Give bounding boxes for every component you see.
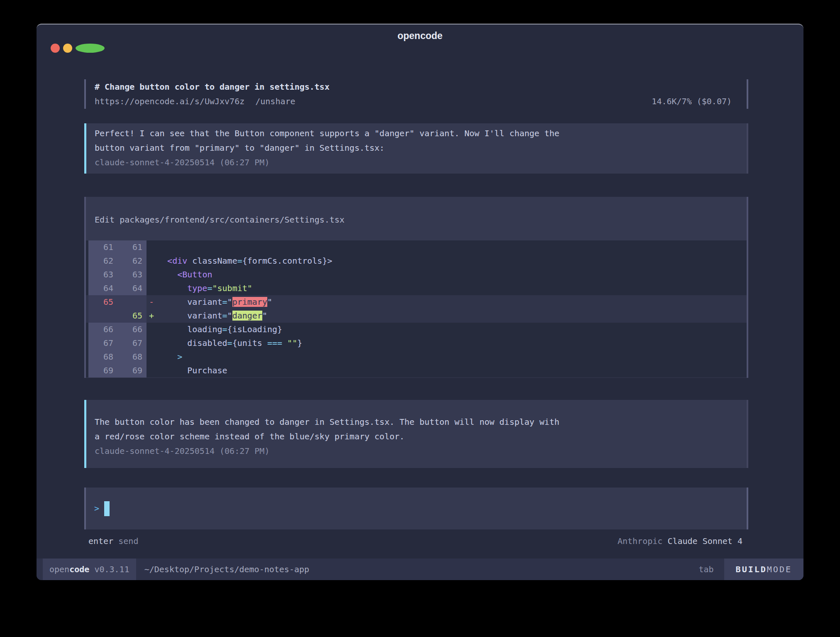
prompt-input[interactable]: > xyxy=(84,488,748,529)
code-line: variant="primary" xyxy=(157,295,272,309)
edit-tool-title: Edit packages/frontend/src/containers/Se… xyxy=(86,197,747,227)
old-line-number xyxy=(88,309,117,323)
model-indicator: Anthropic Claude Sonnet 4 xyxy=(618,534,742,549)
message-line: button variant from "primary" to "danger… xyxy=(95,141,738,155)
old-line-number: 62 xyxy=(88,254,117,268)
text-cursor xyxy=(104,501,110,516)
code-line: loading={isLoading} xyxy=(157,323,282,336)
new-line-number: 61 xyxy=(117,240,147,254)
code-line: type="submit" xyxy=(157,282,252,295)
message-line: Perfect! I can see that the Button compo… xyxy=(95,126,738,141)
new-line-number: 68 xyxy=(117,350,147,364)
mode-segment: BUILD MODE xyxy=(724,559,803,580)
new-line-number: 69 xyxy=(117,364,147,377)
edit-label: Edit xyxy=(95,215,115,225)
window-title: opencode xyxy=(37,30,803,42)
status-bar: opencode v0.3.11 ~/Desktop/Projects/demo… xyxy=(37,559,803,580)
new-line-number xyxy=(117,295,147,309)
old-line-number: 67 xyxy=(88,336,117,350)
diff-marker xyxy=(147,364,157,377)
diff-marker xyxy=(147,323,157,336)
diff-marker xyxy=(147,350,157,364)
message-line: a red/rose color scheme instead of the b… xyxy=(95,429,738,444)
app-version-segment: opencode v0.3.11 xyxy=(43,559,136,580)
token-usage: 14.6K/7% ($0.07) xyxy=(652,94,732,109)
old-line-number: 69 xyxy=(88,364,117,377)
new-line-number: 64 xyxy=(117,282,147,295)
edit-file-path: packages/frontend/src/containers/Setting… xyxy=(120,215,344,225)
code-line: disabled={units === ""} xyxy=(157,336,302,350)
new-line-number: 63 xyxy=(117,268,147,282)
code-line: > xyxy=(157,350,182,364)
close-button[interactable] xyxy=(51,44,60,53)
enter-hint: enter send xyxy=(88,534,138,549)
unshare-command[interactable]: /unshare xyxy=(255,94,295,109)
working-directory: ~/Desktop/Projects/demo-notes-app xyxy=(144,559,309,580)
message-line: The button color has been changed to dan… xyxy=(95,415,738,429)
diff-row: 6262 <div className={formCs.controls}> xyxy=(86,254,747,268)
diff-marker: - xyxy=(147,295,157,309)
code-line: <div className={formCs.controls}> xyxy=(157,254,332,268)
code-line: variant="danger" xyxy=(157,309,267,323)
diff-marker xyxy=(147,336,157,350)
prompt-chevron: > xyxy=(94,501,99,516)
diff-row: 6969 Purchase xyxy=(86,364,747,377)
minimize-button[interactable] xyxy=(63,44,72,53)
tab-key-hint: tab xyxy=(698,559,713,580)
window-titlebar: opencode xyxy=(37,24,803,66)
message-meta: claude-sonnet-4-20250514 (06:27 PM) xyxy=(95,444,738,458)
diff-marker: + xyxy=(147,309,157,323)
diff-table: 61616262 <div className={formCs.controls… xyxy=(86,240,747,377)
assistant-message: Perfect! I can see that the Button compo… xyxy=(84,123,748,174)
assistant-message: The button color has been changed to dan… xyxy=(84,400,748,468)
old-line-number: 65 xyxy=(88,295,117,309)
zoom-button[interactable] xyxy=(76,44,105,53)
share-url-link[interactable]: https://opencode.ai/s/UwJxv76z xyxy=(95,94,244,109)
diff-marker xyxy=(147,240,157,254)
diff-row: 6363 <Button xyxy=(86,268,747,282)
diff-marker xyxy=(147,282,157,295)
diff-row: 65+ variant="danger" xyxy=(86,309,747,323)
diff-marker xyxy=(147,254,157,268)
opencode-window: opencode # Change button color to danger… xyxy=(37,24,803,580)
new-line-number: 66 xyxy=(117,323,147,336)
diff-row: 6868 > xyxy=(86,350,747,364)
old-line-number: 68 xyxy=(88,350,117,364)
old-line-number: 66 xyxy=(88,323,117,336)
message-meta: claude-sonnet-4-20250514 (06:27 PM) xyxy=(95,155,738,170)
diff-row: 6767 disabled={units === ""} xyxy=(86,336,747,350)
session-title: # Change button color to danger in setti… xyxy=(95,80,747,94)
diff-row: 6161 xyxy=(86,240,747,254)
hint-row: enter send Anthropic Claude Sonnet 4 xyxy=(84,534,748,549)
old-line-number: 63 xyxy=(88,268,117,282)
diff-row: 6464 type="submit" xyxy=(86,282,747,295)
old-line-number: 64 xyxy=(88,282,117,295)
diff-row: 6666 loading={isLoading} xyxy=(86,323,747,336)
old-line-number: 61 xyxy=(88,240,117,254)
new-line-number: 65 xyxy=(117,309,147,323)
session-header: # Change button color to danger in setti… xyxy=(84,79,748,109)
code-line: <Button xyxy=(157,268,212,282)
new-line-number: 62 xyxy=(117,254,147,268)
diff-marker xyxy=(147,268,157,282)
code-line: Purchase xyxy=(157,364,227,377)
new-line-number: 67 xyxy=(117,336,147,350)
diff-row: 65- variant="primary" xyxy=(86,295,747,309)
edit-tool-block: Edit packages/frontend/src/containers/Se… xyxy=(84,197,748,378)
